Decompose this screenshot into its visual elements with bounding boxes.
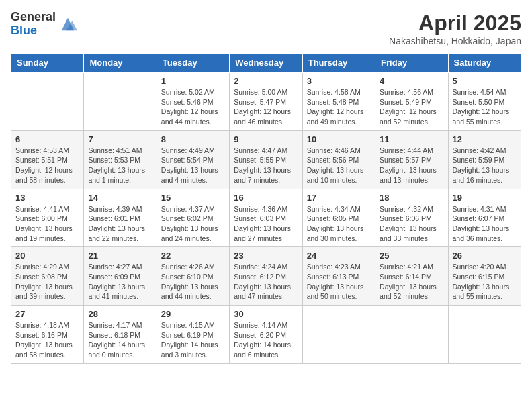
calendar-cell: 6Sunrise: 4:53 AMSunset: 5:51 PMDaylight… (11, 130, 84, 189)
calendar-cell: 8Sunrise: 4:49 AMSunset: 5:54 PMDaylight… (157, 130, 229, 189)
day-info: Sunrise: 4:21 AMSunset: 6:14 PMDaylight:… (380, 262, 443, 302)
day-number: 8 (161, 134, 225, 144)
day-info: Sunrise: 4:46 AMSunset: 5:56 PMDaylight:… (307, 146, 371, 185)
day-info: Sunrise: 4:20 AMSunset: 6:15 PMDaylight:… (453, 262, 517, 302)
day-number: 6 (15, 134, 79, 144)
day-number: 1 (161, 76, 225, 86)
calendar-cell: 17Sunrise: 4:34 AMSunset: 6:05 PMDayligh… (302, 189, 375, 247)
day-info: Sunrise: 4:51 AMSunset: 5:53 PMDaylight:… (88, 146, 152, 185)
calendar-cell: 14Sunrise: 4:39 AMSunset: 6:01 PMDayligh… (84, 189, 157, 247)
day-info: Sunrise: 4:49 AMSunset: 5:54 PMDaylight:… (161, 146, 225, 185)
day-number: 15 (161, 193, 225, 203)
day-number: 3 (307, 76, 371, 86)
day-number: 21 (88, 250, 152, 261)
calendar-cell: 7Sunrise: 4:51 AMSunset: 5:53 PMDaylight… (84, 130, 157, 189)
weekday-header-friday: Friday (375, 54, 448, 73)
calendar-week-row: 27Sunrise: 4:18 AMSunset: 6:16 PMDayligh… (11, 306, 521, 364)
day-info: Sunrise: 4:17 AMSunset: 6:18 PMDaylight:… (88, 320, 152, 360)
calendar-cell: 23Sunrise: 4:24 AMSunset: 6:12 PMDayligh… (230, 247, 302, 306)
title-block: April 2025 Nakashibetsu, Hokkaido, Japan (389, 11, 521, 46)
logo-icon (58, 15, 77, 34)
weekday-header-wednesday: Wednesday (230, 54, 302, 73)
day-number: 11 (380, 134, 443, 144)
calendar-cell (448, 306, 521, 364)
calendar-week-row: 13Sunrise: 4:41 AMSunset: 6:00 PMDayligh… (11, 189, 521, 247)
day-info: Sunrise: 4:47 AMSunset: 5:55 PMDaylight:… (234, 146, 298, 185)
day-info: Sunrise: 4:37 AMSunset: 6:02 PMDaylight:… (161, 204, 225, 244)
calendar-cell: 1Sunrise: 5:02 AMSunset: 5:46 PMDaylight… (157, 73, 229, 131)
day-info: Sunrise: 4:42 AMSunset: 5:59 PMDaylight:… (453, 146, 517, 185)
day-info: Sunrise: 5:02 AMSunset: 5:46 PMDaylight:… (161, 87, 225, 127)
page-header: General Blue April 2025 Nakashibetsu, Ho… (11, 11, 521, 46)
weekday-header-sunday: Sunday (11, 54, 84, 73)
day-info: Sunrise: 4:58 AMSunset: 5:48 PMDaylight:… (307, 87, 371, 127)
day-number: 20 (15, 250, 79, 261)
day-info: Sunrise: 4:29 AMSunset: 6:08 PMDaylight:… (15, 262, 79, 302)
day-number: 16 (234, 193, 298, 203)
day-number: 7 (88, 134, 152, 144)
calendar-week-row: 6Sunrise: 4:53 AMSunset: 5:51 PMDaylight… (11, 130, 521, 189)
day-number: 27 (15, 309, 79, 319)
day-info: Sunrise: 4:39 AMSunset: 6:01 PMDaylight:… (88, 204, 152, 244)
calendar-cell: 15Sunrise: 4:37 AMSunset: 6:02 PMDayligh… (157, 189, 229, 247)
day-number: 4 (380, 76, 443, 86)
calendar-cell: 22Sunrise: 4:26 AMSunset: 6:10 PMDayligh… (157, 247, 229, 306)
calendar-cell: 11Sunrise: 4:44 AMSunset: 5:57 PMDayligh… (375, 130, 448, 189)
calendar-cell: 2Sunrise: 5:00 AMSunset: 5:47 PMDaylight… (230, 73, 302, 131)
calendar-cell (302, 306, 375, 364)
day-number: 22 (161, 250, 225, 261)
calendar-cell: 10Sunrise: 4:46 AMSunset: 5:56 PMDayligh… (302, 130, 375, 189)
day-number: 2 (234, 76, 298, 86)
day-number: 14 (88, 193, 152, 203)
calendar-cell: 28Sunrise: 4:17 AMSunset: 6:18 PMDayligh… (84, 306, 157, 364)
day-info: Sunrise: 4:41 AMSunset: 6:00 PMDaylight:… (15, 204, 79, 244)
day-info: Sunrise: 4:34 AMSunset: 6:05 PMDaylight:… (307, 204, 371, 244)
calendar-week-row: 20Sunrise: 4:29 AMSunset: 6:08 PMDayligh… (11, 247, 521, 306)
day-number: 24 (307, 250, 371, 261)
calendar-cell: 26Sunrise: 4:20 AMSunset: 6:15 PMDayligh… (448, 247, 521, 306)
logo-general-text: General (11, 11, 56, 24)
day-info: Sunrise: 4:53 AMSunset: 5:51 PMDaylight:… (15, 146, 79, 185)
day-info: Sunrise: 4:26 AMSunset: 6:10 PMDaylight:… (161, 262, 225, 302)
day-info: Sunrise: 4:23 AMSunset: 6:13 PMDaylight:… (307, 262, 371, 302)
day-number: 13 (15, 193, 79, 203)
subtitle: Nakashibetsu, Hokkaido, Japan (389, 36, 521, 46)
day-number: 18 (380, 193, 443, 203)
day-info: Sunrise: 4:31 AMSunset: 6:07 PMDaylight:… (453, 204, 517, 244)
calendar-cell: 16Sunrise: 4:36 AMSunset: 6:03 PMDayligh… (230, 189, 302, 247)
calendar-cell: 19Sunrise: 4:31 AMSunset: 6:07 PMDayligh… (448, 189, 521, 247)
calendar-cell: 29Sunrise: 4:15 AMSunset: 6:19 PMDayligh… (157, 306, 229, 364)
day-number: 26 (453, 250, 517, 261)
day-info: Sunrise: 4:54 AMSunset: 5:50 PMDaylight:… (453, 87, 517, 127)
logo: General Blue (11, 11, 77, 38)
day-number: 25 (380, 250, 443, 261)
day-number: 23 (234, 250, 298, 261)
weekday-header-thursday: Thursday (302, 54, 375, 73)
day-number: 12 (453, 134, 517, 144)
calendar-cell: 12Sunrise: 4:42 AMSunset: 5:59 PMDayligh… (448, 130, 521, 189)
calendar-cell (375, 306, 448, 364)
calendar-cell: 9Sunrise: 4:47 AMSunset: 5:55 PMDaylight… (230, 130, 302, 189)
calendar-cell: 21Sunrise: 4:27 AMSunset: 6:09 PMDayligh… (84, 247, 157, 306)
calendar-cell: 3Sunrise: 4:58 AMSunset: 5:48 PMDaylight… (302, 73, 375, 131)
weekday-header-row: SundayMondayTuesdayWednesdayThursdayFrid… (11, 54, 521, 73)
calendar-week-row: 1Sunrise: 5:02 AMSunset: 5:46 PMDaylight… (11, 73, 521, 131)
day-info: Sunrise: 4:27 AMSunset: 6:09 PMDaylight:… (88, 262, 152, 302)
calendar-cell (11, 73, 84, 131)
day-info: Sunrise: 4:44 AMSunset: 5:57 PMDaylight:… (380, 146, 443, 185)
day-info: Sunrise: 4:32 AMSunset: 6:06 PMDaylight:… (380, 204, 443, 244)
logo-blue-text: Blue (11, 24, 56, 38)
main-title: April 2025 (389, 11, 521, 36)
calendar-cell: 27Sunrise: 4:18 AMSunset: 6:16 PMDayligh… (11, 306, 84, 364)
day-number: 30 (234, 309, 298, 319)
calendar-cell: 25Sunrise: 4:21 AMSunset: 6:14 PMDayligh… (375, 247, 448, 306)
calendar-cell (84, 73, 157, 131)
calendar-cell: 4Sunrise: 4:56 AMSunset: 5:49 PMDaylight… (375, 73, 448, 131)
day-info: Sunrise: 4:24 AMSunset: 6:12 PMDaylight:… (234, 262, 298, 302)
day-number: 10 (307, 134, 371, 144)
day-info: Sunrise: 5:00 AMSunset: 5:47 PMDaylight:… (234, 87, 298, 127)
weekday-header-monday: Monday (84, 54, 157, 73)
calendar-table: SundayMondayTuesdayWednesdayThursdayFrid… (11, 53, 521, 364)
calendar-cell: 30Sunrise: 4:14 AMSunset: 6:20 PMDayligh… (230, 306, 302, 364)
day-number: 29 (161, 309, 225, 319)
